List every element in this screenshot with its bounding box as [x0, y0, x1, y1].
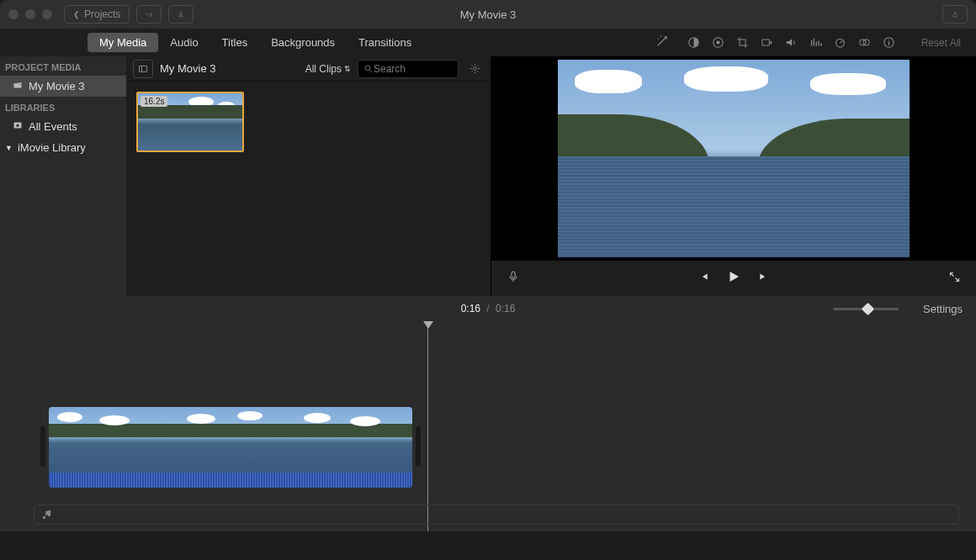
sidebar-heading-libraries: LIBRARIES [0, 97, 126, 116]
timecode: 0:16 / 0:16 [461, 303, 516, 314]
tab-transitions[interactable]: Transitions [347, 33, 423, 52]
volume-icon[interactable] [784, 35, 798, 50]
search-input-wrapper[interactable] [358, 60, 459, 78]
browser-header: My Movie 3 All Clips ⇅ [126, 56, 491, 82]
browser-settings-button[interactable] [465, 60, 484, 78]
time-indicator-bar: 0:16 / 0:16 Settings [0, 296, 976, 321]
noise-equalizer-icon[interactable] [809, 35, 823, 50]
prev-frame-button[interactable] [698, 271, 709, 286]
zoom-window-icon[interactable] [42, 9, 52, 19]
svg-point-1 [657, 38, 659, 40]
music-note-icon [41, 509, 53, 520]
timeline-clip[interactable] [49, 407, 412, 488]
preview-canvas[interactable] [491, 56, 976, 261]
search-input[interactable] [374, 63, 441, 75]
color-correction-icon[interactable] [711, 35, 725, 50]
breadcrumb: My Movie 3 [160, 62, 215, 75]
svg-rect-16 [512, 272, 515, 277]
svg-point-2 [660, 35, 661, 37]
library-sidebar: PROJECT MEDIA My Movie 3 LIBRARIES All E… [0, 56, 126, 296]
zoom-slider-knob[interactable] [862, 302, 875, 315]
enhance-wand-icon[interactable] [655, 34, 670, 52]
close-window-icon[interactable] [8, 9, 19, 19]
share-button[interactable] [942, 5, 968, 24]
projects-button[interactable]: ❮ Projects [64, 5, 130, 24]
clip-thumbnail[interactable]: 16.2s [136, 92, 244, 152]
reset-all-button[interactable]: Reset All [921, 37, 961, 49]
playhead[interactable] [427, 321, 428, 531]
media-tabs: My Media Audio Titles Backgrounds Transi… [88, 33, 423, 52]
secondary-toolbar: My Media Audio Titles Backgrounds Transi… [0, 29, 976, 56]
clip-trim-handle-left[interactable] [40, 426, 45, 467]
video-frame [558, 60, 910, 257]
tab-backgrounds[interactable]: Backgrounds [259, 33, 347, 52]
clip-duration-badge: 16.2s [141, 96, 167, 107]
clip-filter-dropdown[interactable]: All Clips ⇅ [305, 63, 351, 75]
star-icon [12, 120, 24, 133]
next-frame-button[interactable] [758, 271, 770, 286]
svg-rect-6 [761, 40, 769, 45]
search-icon [363, 64, 374, 74]
clip-filter-label: All Clips [305, 63, 342, 75]
minimize-window-icon[interactable] [25, 9, 35, 19]
clip-trim-handle-right[interactable] [416, 426, 421, 467]
window-controls [8, 9, 52, 19]
sidebar-item-label: iMovie Library [18, 141, 86, 154]
voiceover-button[interactable] [507, 270, 520, 287]
svg-point-9 [863, 40, 869, 45]
browser-body: 16.2s [126, 82, 491, 296]
svg-rect-13 [140, 66, 147, 71]
info-icon[interactable] [882, 35, 896, 50]
tab-audio[interactable]: Audio [158, 33, 210, 52]
svg-rect-11 [14, 85, 22, 88]
sidebar-item-imovie-library[interactable]: ▼ iMovie Library [0, 137, 126, 158]
sidebar-item-label: All Events [29, 120, 77, 133]
disclosure-triangle-icon[interactable]: ▼ [5, 144, 13, 152]
sidebar-heading-project-media: PROJECT MEDIA [0, 56, 126, 76]
timecode-current: 0:16 [461, 303, 480, 314]
crop-icon[interactable] [735, 35, 750, 50]
preview-pane [491, 56, 976, 296]
speed-icon[interactable] [833, 35, 847, 50]
timecode-separator: / [486, 303, 489, 314]
updown-icon: ⇅ [344, 66, 351, 72]
tab-titles[interactable]: Titles [210, 33, 260, 52]
sidebar-item-all-events[interactable]: All Events [0, 116, 126, 137]
color-balance-icon[interactable] [687, 35, 701, 50]
titlebar: ❮ Projects ♪ My Movie 3 [0, 0, 976, 29]
timeline-settings-button[interactable]: Settings [923, 303, 963, 315]
clip-filter-icon[interactable] [857, 35, 872, 50]
sidebar-toggle-button[interactable] [133, 60, 153, 78]
timeline-zoom-slider[interactable] [833, 308, 899, 310]
stabilization-icon[interactable] [760, 35, 774, 50]
svg-point-15 [473, 67, 476, 71]
download-button[interactable] [168, 5, 194, 24]
play-button[interactable] [726, 269, 741, 288]
tab-my-media[interactable]: My Media [88, 33, 158, 52]
background-audio-track[interactable] [34, 505, 959, 525]
timeline[interactable] [0, 321, 976, 531]
media-browser: My Movie 3 All Clips ⇅ [126, 56, 491, 296]
clapper-icon [12, 80, 24, 92]
import-media-button[interactable]: ♪ [136, 5, 162, 24]
fullscreen-button[interactable] [948, 271, 961, 287]
adjust-toolbar: Reset All [655, 34, 976, 52]
timecode-total: 0:16 [496, 303, 515, 314]
clip-audio-waveform[interactable] [49, 473, 412, 488]
sidebar-item-project[interactable]: My Movie 3 [0, 76, 126, 97]
svg-point-14 [365, 66, 370, 71]
transport-bar [491, 261, 976, 296]
svg-point-7 [835, 39, 844, 47]
sidebar-item-label: My Movie 3 [29, 80, 84, 92]
filmstrip [49, 407, 412, 473]
svg-point-5 [716, 40, 719, 44]
projects-label: Projects [84, 8, 120, 20]
